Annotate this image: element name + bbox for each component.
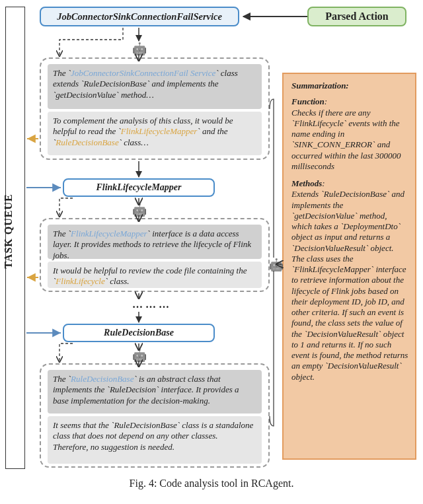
robot-icon: 🤖 bbox=[132, 203, 147, 217]
class-ref: JobConnectorSinkConnectionFail Service bbox=[71, 68, 215, 78]
class-ref: FlinkLifecycleMapper bbox=[71, 229, 147, 238]
summary-methods: Methods: Extends `RuleDecisionBase` and … bbox=[291, 178, 408, 382]
ellipsis: … … … bbox=[132, 299, 169, 310]
robot-icon: 🤖 bbox=[132, 348, 147, 363]
parsed-action-box: Parsed Action bbox=[307, 7, 406, 26]
text: ` method… bbox=[116, 90, 153, 100]
task-queue-label: TASK QUEUE bbox=[3, 194, 15, 268]
text: The ` bbox=[53, 374, 71, 384]
text: Therefore, no suggestion is needed. bbox=[53, 442, 174, 452]
code-ref: RuleDecision bbox=[110, 384, 156, 394]
text: It seems that the ` bbox=[53, 420, 114, 430]
label: Methods bbox=[291, 178, 322, 188]
summary-function: Function: Checks if there are any `Flink… bbox=[291, 96, 408, 172]
class-title-flinklifecyclemapper: FlinkLifecycleMapper bbox=[63, 178, 215, 197]
card3-quote-bottom: It seems that the `RuleDecisionBase` cla… bbox=[48, 416, 262, 464]
summary-title: Summarization: bbox=[291, 81, 408, 91]
robot-icon: 🤖 bbox=[269, 258, 284, 272]
code-ref: RuleDecisionBase bbox=[84, 79, 147, 89]
text: Extends `RuleDecisionBase` and implement… bbox=[291, 189, 408, 381]
text: ` class… bbox=[119, 137, 149, 147]
card2-quote-bottom: It would be helpful to review the code f… bbox=[48, 262, 262, 288]
text: ` class. bbox=[105, 276, 130, 286]
summary-panel: Summarization: Function: Checks if there… bbox=[282, 73, 416, 460]
analysis-card-2: The `FlinkLifecycleMapper` interface is … bbox=[40, 218, 270, 292]
code-ref: getDecisionValue bbox=[56, 90, 116, 100]
card1-quote-bottom: To complement the analysis of this class… bbox=[48, 112, 262, 155]
label: Function bbox=[291, 96, 325, 106]
class-title-ruledecisionbase: RuleDecisionBase bbox=[63, 324, 215, 342]
analysis-card-1: The `JobConnectorSinkConnectionFail Serv… bbox=[40, 57, 270, 160]
diagram-stage: TASK QUEUE JobConnectorSinkConnectionFai… bbox=[0, 0, 423, 476]
class-ref: FlinkLifecycle bbox=[56, 276, 104, 286]
class-ref: RuleDecisionBase bbox=[56, 137, 118, 147]
class-ref: RuleDecisionBase bbox=[71, 374, 134, 384]
card1-quote-top: The `JobConnectorSinkConnectionFail Serv… bbox=[48, 64, 262, 109]
text: The ` bbox=[53, 229, 71, 238]
text: Checks if there are any `FlinkLifecycle`… bbox=[291, 108, 401, 171]
service-class-box: JobConnectorSinkConnectionFailService bbox=[40, 7, 239, 26]
class-ref: FlinkLifecycleMapper bbox=[121, 126, 198, 136]
analysis-card-3: The `RuleDecisionBase` is an abstract cl… bbox=[40, 363, 270, 468]
code-ref: RuleDecisionBase bbox=[114, 420, 176, 430]
figure-caption: Fig. 4: Code analysis tool in RCAgent. bbox=[0, 478, 423, 489]
card3-quote-top: The `RuleDecisionBase` is an abstract cl… bbox=[48, 370, 262, 414]
robot-icon: 🤖 bbox=[132, 42, 147, 56]
card2-quote-top: The `FlinkLifecycleMapper` interface is … bbox=[48, 225, 262, 259]
text: The ` bbox=[53, 68, 71, 78]
